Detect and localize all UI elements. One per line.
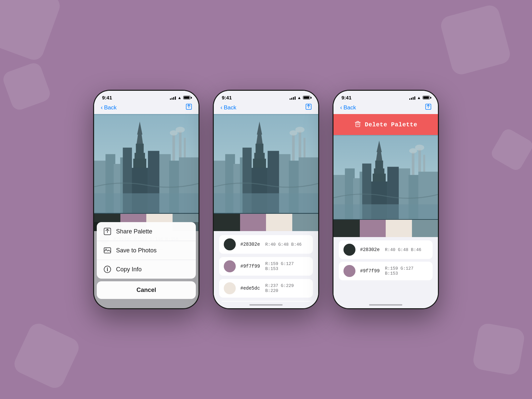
svg-rect-55	[418, 149, 421, 175]
svg-rect-46	[253, 159, 266, 168]
trash-icon	[354, 120, 361, 129]
action-sheet: Share Palette Save to Photos	[97, 222, 196, 279]
phone-1-status-icons: ▲	[170, 95, 191, 100]
hex-3: #ede5dc	[240, 286, 260, 291]
share-icon	[103, 227, 111, 235]
phone-3-inner: 9:41 ▲ ‹ Back	[333, 91, 438, 308]
phone-2: 9:41 ▲ ‹ Back	[213, 90, 319, 309]
phone-1-share-button[interactable]	[186, 104, 192, 111]
back-label-2: Back	[224, 104, 236, 111]
color-info-3: #ede5dc R:237 G:229 B:220	[240, 283, 308, 293]
battery-icon-2	[303, 96, 310, 99]
wifi-icon-3: ▲	[417, 95, 421, 100]
chevron-left-icon-3: ‹	[340, 104, 342, 111]
color-dot-mauve	[224, 260, 236, 272]
phone-1-time: 9:41	[102, 95, 112, 100]
rgb-3: R:237 G:229 B:220	[265, 283, 308, 293]
copy-info-action[interactable]: Copy Info	[97, 260, 196, 279]
svg-rect-69	[374, 169, 384, 175]
save-to-photos-action[interactable]: Save to Photos	[97, 241, 196, 260]
rgb-2: R:159 G:127 B:153	[265, 261, 308, 271]
svg-rect-30	[292, 135, 295, 161]
phone-1-back-button[interactable]: ‹ Back	[101, 104, 117, 111]
city-image-2	[214, 114, 318, 214]
phone-3-share-button[interactable]	[425, 104, 431, 111]
color-row-1[interactable]: #28302e R:40 G:48 B:46	[219, 235, 313, 254]
phone-2-palette-strip	[214, 214, 318, 231]
action-sheet-overlay: Share Palette Save to Photos	[94, 222, 199, 308]
rgb-3-2: R:159 G:127 B:153	[385, 266, 428, 276]
phone-3-back-button[interactable]: ‹ Back	[340, 104, 356, 111]
phone-1-photo	[94, 114, 199, 214]
phone-2-status-bar: 9:41 ▲	[214, 91, 318, 102]
phone-2-color-list: #28302e R:40 G:48 B:46 #9f7f99 R:159 G:1…	[214, 231, 318, 302]
svg-rect-3	[179, 131, 182, 161]
cancel-button[interactable]: Cancel	[97, 281, 196, 299]
phone-3-status-bar: 9:41 ▲	[333, 91, 438, 102]
color-dot-cream	[224, 282, 236, 294]
phone-3-status-icons: ▲	[409, 95, 430, 100]
svg-point-34	[295, 127, 304, 133]
hex-1: #28302e	[240, 242, 260, 247]
swatch-3-steel	[412, 220, 438, 237]
info-icon	[103, 265, 111, 273]
color-info-3-2: #9f7f99 R:159 G:127 B:153	[360, 266, 428, 276]
wifi-icon-2: ▲	[297, 95, 301, 100]
phone-1-status-bar: 9:41 ▲	[94, 91, 199, 102]
save-to-photos-label: Save to Photos	[116, 247, 157, 254]
swatch-3-mauve	[360, 220, 386, 237]
color-row-2[interactable]: #9f7f99 R:159 G:127 B:153	[219, 257, 313, 276]
svg-point-6	[176, 127, 185, 133]
phone-1-inner: 9:41 ▲ ‹ Back	[94, 91, 199, 308]
rgb-3-1: R:40 G:48 B:46	[385, 247, 421, 252]
color-row-3[interactable]: #ede5dc R:237 G:229 B:220	[219, 279, 313, 298]
chevron-left-icon-2: ‹	[220, 104, 222, 111]
color-row-3-1[interactable]: #28302e R:40 G:48 B:46	[339, 240, 433, 259]
svg-point-27	[107, 268, 108, 269]
svg-rect-52	[356, 122, 360, 127]
share-palette-label: Share Palette	[116, 228, 152, 235]
phone-3-color-list: #28302e R:40 G:48 B:46 #9f7f99 R:159 G:1…	[333, 237, 438, 302]
phone-2-nav-bar: ‹ Back	[214, 102, 318, 114]
city-image-1	[94, 114, 199, 214]
swatch-2-steel	[292, 214, 319, 231]
home-bar-2	[249, 304, 283, 306]
svg-rect-17	[135, 153, 145, 160]
color-info-1: #28302e R:40 G:48 B:46	[240, 242, 302, 247]
svg-rect-54	[412, 152, 415, 175]
hex-3-2: #9f7f99	[360, 268, 380, 274]
battery-icon-3	[423, 96, 430, 99]
hex-2: #9f7f99	[240, 264, 260, 269]
photos-icon	[103, 246, 111, 254]
wifi-icon: ▲	[178, 95, 182, 100]
color-info-3-1: #28302e R:40 G:48 B:46	[360, 247, 421, 252]
delete-palette-bar[interactable]: Delete Palette	[333, 114, 438, 135]
svg-rect-4	[184, 138, 186, 161]
city-image-3	[333, 135, 438, 220]
back-label: Back	[104, 104, 117, 111]
svg-rect-2	[173, 135, 175, 161]
phone-2-share-button[interactable]	[306, 104, 312, 111]
phone-3-time: 9:41	[341, 95, 351, 100]
svg-rect-44	[256, 144, 264, 153]
rgb-1: R:40 G:48 B:46	[265, 242, 302, 247]
back-label-3: Back	[343, 104, 356, 111]
phone-1: 9:41 ▲ ‹ Back	[93, 90, 200, 309]
phone-3-photo	[333, 135, 438, 220]
svg-rect-68	[375, 161, 383, 169]
copy-info-label: Copy Info	[116, 266, 142, 273]
phone-2-back-button[interactable]: ‹ Back	[220, 104, 236, 111]
phone-3-palette-strip	[333, 220, 438, 237]
color-row-3-2[interactable]: #9f7f99 R:159 G:127 B:153	[339, 262, 433, 280]
swatch-2-dark	[214, 214, 240, 231]
phone-2-status-icons: ▲	[290, 95, 310, 100]
swatch-2-cream	[266, 214, 292, 231]
hex-3-1: #28302e	[360, 247, 380, 252]
phone-3-nav-bar: ‹ Back	[333, 102, 438, 114]
color-dot-3-mauve	[343, 265, 355, 277]
phone-2-inner: 9:41 ▲ ‹ Back	[214, 91, 318, 308]
share-palette-action[interactable]: Share Palette	[97, 222, 196, 241]
svg-rect-16	[136, 144, 144, 153]
svg-rect-45	[254, 153, 265, 160]
swatch-3-cream	[386, 220, 412, 237]
